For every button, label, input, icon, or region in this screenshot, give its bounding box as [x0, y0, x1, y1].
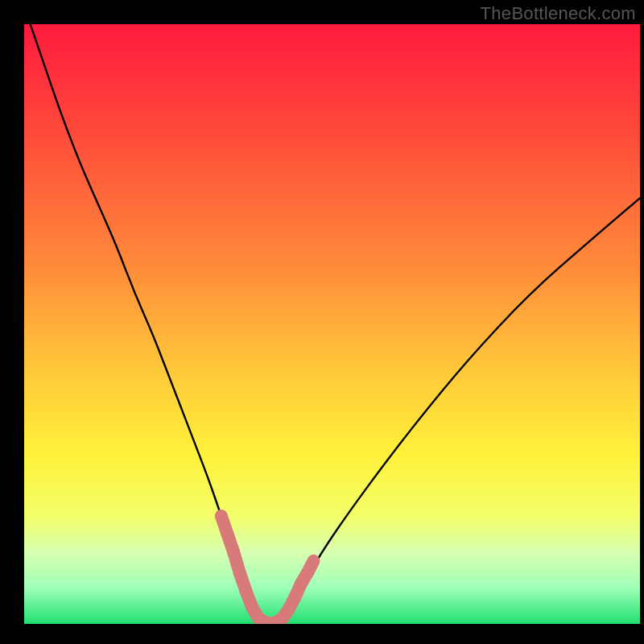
heat-background — [24, 24, 640, 624]
watermark-text: TheBottleneck.com — [481, 3, 636, 24]
bottleneck-chart — [0, 0, 644, 644]
optimum-marker-segment — [308, 561, 314, 573]
chart-stage: TheBottleneck.com — [0, 0, 644, 644]
